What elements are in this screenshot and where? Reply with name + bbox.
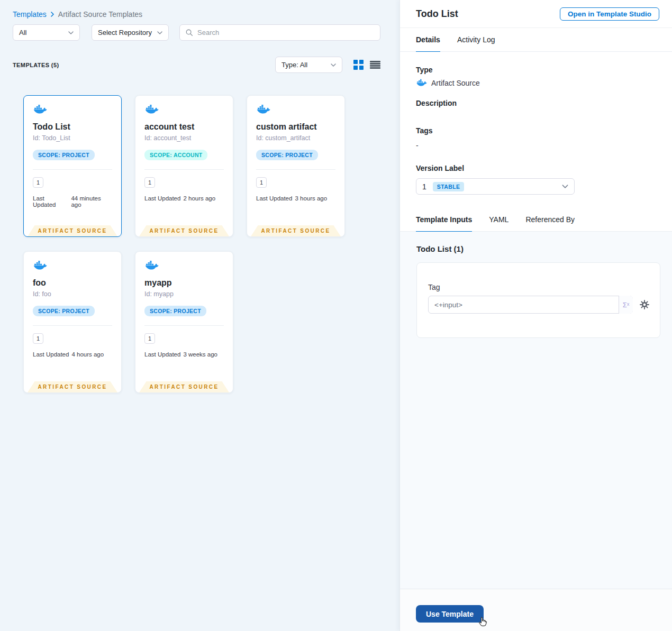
last-updated: Last Updated4 hours ago	[33, 351, 112, 358]
template-card-myapp[interactable]: myapp Id: myapp SCOPE: PROJECT 1 Last Up…	[135, 251, 233, 393]
version-count-badge: 1	[144, 177, 155, 188]
tag-input[interactable]	[428, 296, 633, 314]
templates-list-pane: Templates Artifact Source Templates All …	[0, 0, 399, 631]
tab-template-inputs[interactable]: Template Inputs	[416, 208, 472, 233]
tag-label: Tag	[428, 283, 649, 291]
scope-badge: SCOPE: PROJECT	[33, 150, 95, 160]
last-updated: Last Updated2 hours ago	[144, 195, 224, 202]
last-updated: Last Updated3 weeks ago	[144, 351, 224, 358]
template-card-account-test[interactable]: account test Id: account_test SCOPE: ACC…	[135, 95, 233, 237]
artifact-source-ribbon: ARTIFACT SOURCE	[28, 225, 117, 236]
inputs-tabbar: Template Inputs YAML Referenced By	[400, 208, 672, 232]
template-card-id: Id: custom_artifact	[256, 134, 335, 142]
artifact-source-ribbon: ARTIFACT SOURCE	[28, 381, 117, 392]
template-card-title: myapp	[144, 278, 224, 288]
version-count-badge: 1	[33, 177, 43, 188]
tab-details[interactable]: Details	[416, 28, 440, 53]
artifact-source-ribbon: ARTIFACT SOURCE	[139, 225, 229, 236]
type-filter-value: Type: All	[281, 61, 307, 69]
template-card-title: custom artifact	[256, 122, 335, 132]
version-count-badge: 1	[33, 333, 43, 344]
grid-view-icon[interactable]	[353, 60, 364, 70]
description-label: Description	[416, 99, 656, 107]
app-root: Templates Artifact Source Templates All …	[0, 0, 672, 631]
scope-filter-dropdown[interactable]: All	[13, 24, 80, 41]
template-card-title: account test	[144, 122, 224, 132]
docker-icon	[33, 104, 47, 115]
template-card-title: foo	[33, 278, 112, 288]
version-count-badge: 1	[256, 177, 267, 188]
chevron-down-icon	[562, 185, 568, 188]
details-tabbar: Details Activity Log	[400, 28, 672, 52]
template-details-panel: Todo List Open in Template Studio Detail…	[399, 0, 672, 631]
gear-icon[interactable]	[640, 300, 649, 309]
docker-icon	[256, 104, 270, 115]
type-value: Artifact Source	[431, 79, 480, 87]
artifact-source-ribbon: ARTIFACT SOURCE	[139, 381, 229, 392]
chevron-down-icon	[157, 31, 162, 34]
templates-count-label: TEMPLATES (5)	[13, 62, 59, 68]
version-value: 1	[422, 182, 426, 191]
type-label: Type	[416, 66, 656, 74]
panel-footer: Use Template	[400, 589, 672, 631]
inputs-heading: Todo List (1)	[416, 244, 659, 253]
breadcrumb: Templates Artifact Source Templates	[0, 0, 399, 19]
template-card-id: Id: Todo_List	[33, 134, 112, 142]
search-icon	[185, 29, 193, 36]
open-in-template-studio-button[interactable]: Open in Template Studio	[560, 7, 659, 21]
tab-referenced-by[interactable]: Referenced By	[525, 208, 575, 231]
chevron-down-icon	[68, 31, 74, 34]
use-template-button[interactable]: Use Template	[416, 605, 484, 623]
scope-badge: SCOPE: PROJECT	[144, 306, 206, 316]
panel-title: Todo List	[416, 8, 458, 20]
version-count-badge: 1	[144, 333, 155, 344]
tags-label: Tags	[416, 126, 656, 135]
mouse-cursor-icon	[476, 616, 488, 631]
docker-icon	[144, 104, 159, 115]
stable-badge: STABLE	[433, 182, 465, 191]
type-filter-dropdown[interactable]: Type: All	[275, 57, 342, 73]
breadcrumb-current: Artifact Source Templates	[58, 10, 142, 19]
version-dropdown[interactable]: 1 STABLE	[416, 178, 575, 195]
docker-icon	[33, 260, 47, 271]
card-divider	[144, 169, 224, 170]
search-box[interactable]	[179, 24, 380, 41]
card-divider	[33, 169, 112, 170]
template-card-title: Todo List	[33, 122, 112, 132]
last-updated: Last Updated44 minutes ago	[33, 195, 112, 208]
chevron-right-icon	[50, 12, 55, 17]
panel-header: Todo List Open in Template Studio	[400, 0, 672, 28]
chevron-down-icon	[331, 63, 336, 67]
scope-badge: SCOPE: ACCOUNT	[144, 150, 207, 160]
template-card-id: Id: foo	[33, 290, 112, 298]
filter-bar: All Select Repository	[0, 19, 399, 41]
scope-filter-value: All	[19, 29, 26, 36]
scope-badge: SCOPE: PROJECT	[256, 150, 318, 160]
tags-value: -	[416, 141, 656, 150]
template-card-id: Id: myapp	[144, 290, 224, 298]
list-view-icon[interactable]	[370, 60, 380, 69]
template-cards-grid: Todo List Id: Todo_List SCOPE: PROJECT 1…	[23, 95, 347, 393]
docker-icon	[144, 260, 159, 271]
tab-activity-log[interactable]: Activity Log	[457, 28, 495, 51]
card-divider	[256, 169, 335, 170]
template-inputs-section: Todo List (1) Tag Σˣ	[400, 232, 672, 589]
template-card-id: Id: account_test	[144, 134, 224, 142]
artifact-source-ribbon: ARTIFACT SOURCE	[251, 225, 341, 236]
scope-badge: SCOPE: PROJECT	[33, 306, 95, 316]
search-input[interactable]	[197, 29, 375, 36]
repository-filter-dropdown[interactable]: Select Repository	[92, 24, 169, 41]
last-updated: Last Updated3 hours ago	[256, 195, 335, 202]
expression-icon[interactable]: Σˣ	[619, 296, 633, 314]
list-header: TEMPLATES (5) Type: All	[0, 57, 399, 73]
tab-yaml[interactable]: YAML	[489, 208, 508, 231]
breadcrumb-templates-link[interactable]: Templates	[13, 10, 47, 19]
template-card-foo[interactable]: foo Id: foo SCOPE: PROJECT 1 Last Update…	[23, 251, 122, 393]
card-divider	[33, 325, 112, 326]
template-card-custom-artifact[interactable]: custom artifact Id: custom_artifact SCOP…	[247, 95, 345, 237]
docker-icon	[416, 79, 427, 87]
details-section: Type Artifact Source Description Tags - …	[400, 52, 672, 208]
repository-filter-value: Select Repository	[98, 29, 152, 36]
template-card-todo-list[interactable]: Todo List Id: Todo_List SCOPE: PROJECT 1…	[23, 95, 122, 237]
inputs-card: Tag Σˣ	[416, 262, 660, 338]
